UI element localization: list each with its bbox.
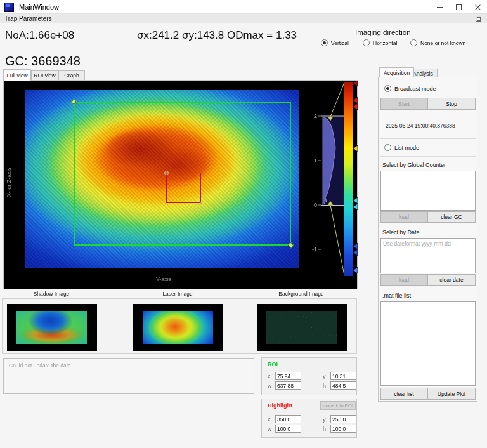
roi-y-input[interactable] [330,372,356,380]
maximize-button[interactable] [449,0,468,14]
gradient-tick-blue-1[interactable] [353,243,358,249]
roi-w-label: w [268,383,272,389]
lut-link-line-bottom [330,205,344,275]
radio-list-circle[interactable] [384,144,391,151]
date-textarea[interactable] [380,238,476,273]
load-date-button[interactable]: load [380,274,427,286]
radio-broadcast-mode[interactable]: Broadcast mode [384,85,436,92]
global-counter-textarea[interactable] [380,171,476,211]
close-button[interactable] [468,0,487,14]
status-message-box: Could not update the data [3,358,254,394]
status-message: Could not update the data [9,362,71,369]
roi-x-label: x [268,373,271,379]
select-by-global-counter-label: Select by Global Counter [382,162,446,168]
noise-texture [16,311,87,344]
tab-roi-view[interactable]: ROI view [31,70,58,80]
move-into-roi-button[interactable]: move into ROI [320,401,356,410]
gradient-tick-darkred[interactable] [353,81,358,86]
radio-horizontal[interactable]: Horizontal [363,39,397,46]
gradient-tick-red-1[interactable] [353,97,358,103]
radio-horizontal-label: Horizontal [373,40,397,46]
gradient-tick-red-2[interactable] [353,103,358,110]
roi-handle-top-left[interactable] [71,99,77,105]
lut-link-line-top [330,82,344,117]
highlight-x-input[interactable] [275,415,301,423]
radio-broadcast-circle[interactable] [384,85,391,92]
highlight-w-input[interactable] [275,425,301,433]
close-icon [474,4,481,11]
radio-none-label: None or not known [420,40,465,46]
radio-vertical-circle[interactable] [321,39,328,46]
gradient-tick-cyan-1[interactable] [353,197,358,204]
global-counter-value: GC: 3669348 [5,54,81,69]
select-by-date-label: Select by Date [382,229,420,235]
minimize-button[interactable] [430,0,449,14]
clear-list-button[interactable]: clear list [380,388,427,400]
gradient-tick-cyan-2[interactable] [353,204,358,210]
highlight-coordinates-panel: Highlight move into ROI x y w h [261,399,357,438]
roi-w-input[interactable] [275,381,301,390]
maximize-icon [456,4,462,10]
minimize-icon [437,7,443,8]
highlight-rectangle[interactable] [166,173,201,203]
radio-none-or-not-known[interactable]: None or not known [410,39,465,46]
separator [380,156,476,157]
menu-item-trap-parameters[interactable]: Trap Parameters [4,15,52,22]
shadow-image [16,311,87,344]
dock-float-icon[interactable] [476,16,481,22]
laser-image [143,311,213,344]
mat-file-listbox[interactable] [380,301,476,386]
gradient-tick-blue-2[interactable] [353,249,358,256]
roi-h-input[interactable] [330,381,356,390]
highlight-handle-bottom-right[interactable] [200,202,202,204]
thumbnails-panel [2,298,357,354]
mat-file-list-label: .mat file list [382,293,411,299]
acquisition-panel: Broadcast mode Start Stop 2025-06-24 19:… [378,77,477,402]
gradient-tick-yellow[interactable] [353,145,358,152]
lut-tick-label-0: 0 [314,202,317,208]
full-view-plot: Y-axis X- or Z-axis 2 1 [3,80,358,289]
background-image-frame [257,304,347,351]
laser-image-label: Laser Image [133,291,223,297]
update-plot-button[interactable]: Update Plot [427,388,476,400]
lut-tick-label-m1: -1 [312,246,317,253]
tab-acquisition[interactable]: Acquisition [379,67,414,77]
roi-x-input[interactable] [275,372,301,380]
highlight-handle-top-left[interactable] [164,171,169,175]
separator [380,138,476,139]
window-title: MainWindow [19,3,59,11]
clear-gc-button[interactable]: clear GC [427,211,476,223]
radio-list-label: List mode [394,145,419,151]
gradient-tick-lightblue[interactable] [353,267,358,273]
start-button[interactable]: Start [380,98,427,110]
clear-date-button[interactable]: clear date [427,274,476,286]
radio-vertical-label: Vertical [331,40,349,46]
radio-none-circle[interactable] [410,39,417,46]
tab-graph[interactable]: Graph [58,70,85,80]
highlight-h-input[interactable] [330,425,356,433]
background-image-label: Background Image [256,291,346,297]
radio-horizontal-circle[interactable] [363,39,370,46]
roi-coordinates-panel: ROI x y w h [261,357,357,395]
highlight-y-input[interactable] [330,415,356,423]
tab-full-view[interactable]: Full view [3,69,31,81]
roi-panel-title: ROI [268,361,278,367]
radio-list-mode[interactable]: List mode [384,144,419,151]
roi-h-label: h [323,383,326,389]
atom-cloud-heatmap[interactable] [25,90,299,268]
radio-vertical[interactable]: Vertical [321,39,349,46]
highlight-h-label: h [323,426,326,432]
shadow-image-label: Shadow Image [6,291,96,297]
histogram-lut-panel[interactable]: 2 1 0 -1 [299,81,358,290]
load-gc-button[interactable]: load [380,211,427,223]
highlight-x-label: x [268,416,271,423]
roi-handle-bottom-right[interactable] [288,242,294,249]
background-image [266,311,337,344]
laser-image-frame [133,304,223,351]
colorbar-gradient[interactable] [344,82,353,276]
stop-button[interactable]: Stop [427,98,476,110]
highlight-w-label: w [268,426,272,432]
main-window: MainWindow Trap Parameters NoA:1.66e+08 … [0,0,487,448]
noise-texture [143,311,213,344]
plot-x-axis-label: Y-axis [156,276,171,282]
